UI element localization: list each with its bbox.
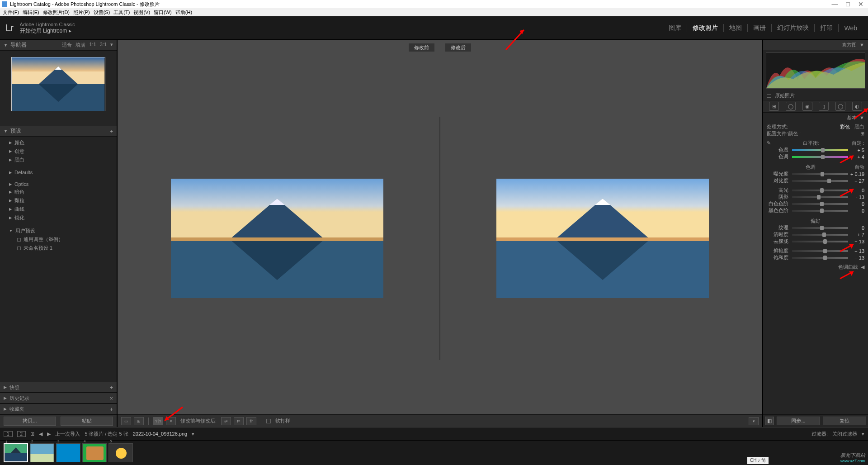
- user-preset-1[interactable]: 通用调整（举例）: [0, 235, 117, 244]
- module-library[interactable]: 图库: [663, 24, 687, 32]
- original-photo-row[interactable]: 原始照片: [763, 91, 868, 100]
- saturation-slider[interactable]: [792, 257, 848, 259]
- filter-lock-icon[interactable]: ▾: [862, 431, 864, 437]
- zoom-fit[interactable]: 适合: [62, 42, 72, 48]
- compare-grid-button[interactable]: ⊞: [134, 417, 144, 425]
- blacks-value[interactable]: 0: [850, 208, 864, 214]
- vibrance-slider[interactable]: [792, 250, 848, 252]
- module-map[interactable]: 地图: [724, 24, 748, 32]
- reset-button[interactable]: 复位: [823, 417, 866, 425]
- preset-group-bw[interactable]: ▶黑白: [0, 156, 117, 164]
- copy-before-button[interactable]: ⇇: [234, 417, 244, 425]
- before-after-dropdown[interactable]: ▾: [166, 417, 176, 425]
- histogram-display[interactable]: [766, 52, 865, 89]
- before-after-lr-button[interactable]: Y|Y: [153, 417, 163, 425]
- clarity-value[interactable]: + 7: [850, 232, 864, 237]
- temp-value[interactable]: + 5: [850, 147, 864, 153]
- minimize-button[interactable]: —: [832, 0, 838, 8]
- profile-grid-icon[interactable]: ⊞: [860, 131, 864, 137]
- menu-view[interactable]: 视图(V): [132, 9, 151, 16]
- exposure-slider[interactable]: [792, 173, 848, 175]
- radial-tool-icon[interactable]: ◯: [835, 102, 845, 111]
- user-preset-2[interactable]: 未命名预设 1: [0, 244, 117, 252]
- brand-line[interactable]: 开始使用 Lightroom ▸: [20, 28, 75, 34]
- filmstrip-source[interactable]: 上一次导入: [55, 431, 80, 437]
- collections-header[interactable]: ▶收藏夹+: [0, 403, 117, 414]
- preset-group-creative[interactable]: ▶创意: [0, 147, 117, 156]
- after-image[interactable]: [448, 117, 758, 360]
- whites-slider[interactable]: [792, 203, 848, 205]
- maximize-button[interactable]: □: [846, 0, 850, 8]
- preset-group-vignette[interactable]: ▶暗角: [0, 188, 117, 196]
- switch-button[interactable]: ◧: [765, 417, 774, 425]
- module-develop[interactable]: 修改照片: [687, 24, 724, 32]
- module-web[interactable]: Web: [839, 24, 863, 32]
- history-header[interactable]: ▶历史记录×: [0, 393, 117, 403]
- navigator-header[interactable]: ▼ 导航器 适合 填满 1:1 3:1 ▾: [0, 40, 117, 51]
- navigator-preview[interactable]: [0, 51, 117, 118]
- zoom-chevron-icon[interactable]: ▾: [110, 42, 113, 48]
- dehaze-slider[interactable]: [792, 241, 848, 242]
- temp-slider[interactable]: [792, 149, 848, 151]
- snapshots-header[interactable]: ▶快照+: [0, 382, 117, 393]
- filmstrip-thumb-4[interactable]: 4: [82, 443, 107, 462]
- eyedropper-icon[interactable]: ✎: [767, 140, 771, 146]
- module-book[interactable]: 画册: [748, 24, 772, 32]
- menu-window[interactable]: 窗口(W): [153, 9, 173, 16]
- vibrance-value[interactable]: + 13: [850, 248, 864, 254]
- zoom-fill[interactable]: 填满: [75, 42, 85, 48]
- auto-tone-button[interactable]: 自动: [854, 164, 864, 171]
- preset-group-grain[interactable]: ▶颗粒: [0, 196, 117, 205]
- dehaze-value[interactable]: + 13: [850, 239, 864, 244]
- prev-photo-icon[interactable]: ◀: [39, 431, 42, 437]
- profile-value[interactable]: 颜色 :: [788, 130, 801, 137]
- tint-value[interactable]: + 4: [850, 154, 864, 160]
- filter-value[interactable]: 关闭过滤器: [832, 431, 857, 437]
- menu-edit[interactable]: 编辑(E): [22, 9, 40, 16]
- menu-settings[interactable]: 设置(S): [93, 9, 111, 16]
- blacks-slider[interactable]: [792, 210, 848, 212]
- menu-develop[interactable]: 修改照片(D): [42, 9, 71, 16]
- basic-panel-header[interactable]: 基本▼: [763, 113, 868, 123]
- preset-group-curves[interactable]: ▶曲线: [0, 205, 117, 214]
- contrast-value[interactable]: + 27: [850, 178, 864, 184]
- treatment-bw[interactable]: 黑白: [854, 124, 864, 129]
- treatment-color[interactable]: 彩色: [840, 124, 850, 129]
- module-slideshow[interactable]: 幻灯片放映: [772, 24, 815, 32]
- ime-indicator[interactable]: CH ♪ 简: [747, 457, 769, 464]
- grid-icon[interactable]: ⊞: [30, 431, 34, 437]
- paste-button[interactable]: 粘贴: [61, 417, 113, 426]
- filmstrip-dropdown-icon[interactable]: ▾: [192, 431, 194, 437]
- shadows-slider[interactable]: [792, 196, 848, 198]
- zoom-1to1[interactable]: 1:1: [89, 42, 96, 48]
- exposure-value[interactable]: + 0.19: [850, 171, 864, 177]
- before-image[interactable]: [122, 117, 432, 360]
- clarity-slider[interactable]: [792, 234, 848, 236]
- menu-help[interactable]: 帮助(H): [175, 9, 193, 16]
- presets-header[interactable]: ▼ 预设 +: [0, 126, 117, 137]
- loupe-view-button[interactable]: ▭: [121, 417, 131, 425]
- saturation-value[interactable]: + 13: [850, 255, 864, 261]
- toolbar-chevron[interactable]: ▾: [749, 417, 759, 425]
- filmstrip[interactable]: 1 2 3 4 5 CH ♪ 简 极光下载站www.xz7.com: [0, 441, 868, 465]
- menu-file[interactable]: 文件(F): [2, 9, 20, 16]
- add-preset-icon[interactable]: +: [110, 128, 113, 134]
- crop-tool-icon[interactable]: ⊞: [769, 102, 779, 111]
- sync-button[interactable]: 同步...: [777, 417, 820, 425]
- close-button[interactable]: ✕: [858, 0, 863, 8]
- softproof-checkbox[interactable]: [266, 419, 271, 423]
- filmstrip-thumb-5[interactable]: 5: [108, 443, 133, 462]
- copy-button[interactable]: 拷贝...: [4, 417, 56, 426]
- shadows-value[interactable]: - 13: [850, 195, 864, 200]
- contrast-slider[interactable]: [792, 180, 848, 182]
- gradient-tool-icon[interactable]: ▯: [819, 102, 829, 111]
- whites-value[interactable]: 0: [850, 201, 864, 207]
- spot-tool-icon[interactable]: ◯: [786, 102, 796, 111]
- tint-slider[interactable]: [792, 156, 848, 158]
- monitor-2-button[interactable]: 2: [17, 431, 26, 437]
- preset-group-sharpen[interactable]: ▶锐化: [0, 214, 117, 222]
- swap-button[interactable]: ⇄: [221, 417, 231, 425]
- preset-group-defaults[interactable]: ▶Defaults: [0, 169, 117, 176]
- texture-value[interactable]: 0: [850, 225, 864, 231]
- preset-group-optics[interactable]: ▶Optics: [0, 180, 117, 188]
